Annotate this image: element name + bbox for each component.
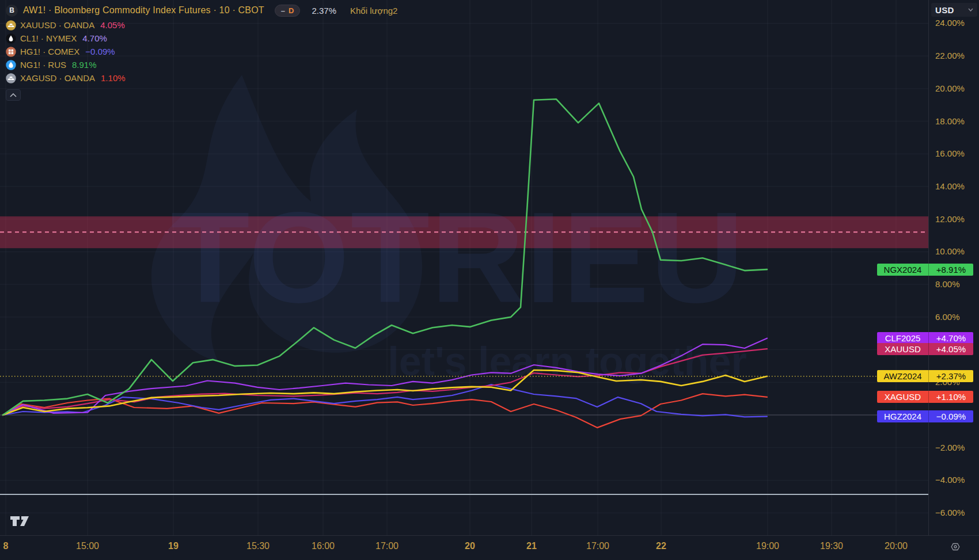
time-tick-label: 16:00 xyxy=(312,541,335,551)
series-label-name: XAGUSD xyxy=(877,391,928,403)
watermark-subtitle: let's learn together xyxy=(388,339,746,384)
compare-symbol-row[interactable]: XAUUSD · OANDA4.05% xyxy=(6,18,397,32)
series-label-value: −0.09% xyxy=(928,410,973,422)
copper-icon xyxy=(6,47,16,57)
time-tick-label: 20 xyxy=(465,541,475,551)
price-tick-label: 10.00% xyxy=(935,246,965,257)
series-price-label-hgz2024[interactable]: HGZ2024−0.09% xyxy=(877,410,973,422)
visibility-interval-toggle[interactable]: – D xyxy=(275,5,301,17)
series-price-label-ngx2024[interactable]: NGX2024+8.91% xyxy=(877,264,973,276)
currency-dropdown[interactable]: USD xyxy=(931,3,977,17)
watermark-title: TOTRIEU xyxy=(170,185,745,330)
price-tick-label: 6.00% xyxy=(935,312,960,322)
time-tick-label: 17:00 xyxy=(375,541,399,551)
main-symbol-change: 2.37% xyxy=(312,6,336,16)
compare-symbol-name[interactable]: XAGUSD · OANDA xyxy=(20,73,95,83)
main-symbol-title[interactable]: AW1! · Bloomberg Commodity Index Futures… xyxy=(23,5,264,16)
compare-symbol-name[interactable]: XAUUSD · OANDA xyxy=(20,20,94,30)
silver-icon xyxy=(6,73,16,83)
price-tick-label: 14.00% xyxy=(935,181,965,192)
gear-icon xyxy=(950,542,961,552)
chevron-up-icon xyxy=(10,93,17,97)
compare-symbol-name[interactable]: HG1! · COMEX xyxy=(20,47,79,56)
price-tick-label: −2.00% xyxy=(935,443,965,453)
main-symbol-row[interactable]: B AW1! · Bloomberg Commodity Index Futur… xyxy=(6,2,397,18)
gas-icon xyxy=(6,60,16,70)
volume-indicator-label[interactable]: Khối lượng2 xyxy=(350,6,397,16)
compare-symbol-row[interactable]: XAGUSD · OANDA1.10% xyxy=(6,71,397,85)
time-tick-label: 19 xyxy=(168,541,179,551)
series-label-value: +1.10% xyxy=(928,391,973,403)
legend-collapse-button[interactable] xyxy=(6,89,21,101)
series-price-label-awz2024[interactable]: AWZ2024+2.37% xyxy=(877,370,973,382)
interval-badge: D xyxy=(289,7,294,14)
series-price-label-xagusd[interactable]: XAGUSD+1.10% xyxy=(877,391,973,403)
price-tick-label: −4.00% xyxy=(935,475,965,485)
compare-symbol-change: 8.91% xyxy=(72,60,97,70)
compare-symbol-change: −0.09% xyxy=(85,47,115,56)
visibility-dash-icon: – xyxy=(281,7,285,14)
series-label-name: HGZ2024 xyxy=(877,410,928,422)
currency-label: USD xyxy=(935,5,954,15)
compare-symbol-change: 1.10% xyxy=(101,73,126,83)
compare-symbol-change: 4.70% xyxy=(82,33,107,43)
time-tick-label: 22 xyxy=(656,541,666,551)
oil-icon xyxy=(6,33,16,44)
compare-symbol-row[interactable]: CL1! · NYMEX4.70% xyxy=(6,32,397,45)
price-tick-label: 8.00% xyxy=(935,279,960,289)
series-label-value: +2.37% xyxy=(928,370,973,382)
chevron-down-icon xyxy=(968,8,973,12)
compare-symbol-name[interactable]: NG1! · RUS xyxy=(20,60,66,70)
time-tick-label: 15:30 xyxy=(246,541,270,551)
series-label-value: +4.05% xyxy=(928,343,973,355)
tradingview-logo[interactable] xyxy=(9,515,31,529)
series-label-name: XAUUSD xyxy=(877,343,928,355)
time-tick-label: 19:30 xyxy=(820,541,843,551)
series-price-label-xauusd[interactable]: XAUUSD+4.05% xyxy=(877,343,973,355)
time-tick-label: 17:00 xyxy=(586,541,609,551)
time-tick-label: 15:00 xyxy=(76,541,99,551)
chart-window: TOTRIEUlet's learn together B AW1! · Blo… xyxy=(0,0,979,560)
price-tick-label: 20.00% xyxy=(935,83,965,94)
gold-icon xyxy=(6,20,16,31)
legend: B AW1! · Bloomberg Commodity Index Futur… xyxy=(6,2,397,101)
time-tick-label: 21 xyxy=(526,541,537,551)
time-tick-label: 19:00 xyxy=(756,541,779,551)
time-tick-label: 8 xyxy=(3,541,9,551)
price-tick-label: −6.00% xyxy=(935,508,965,518)
time-axis-settings-button[interactable] xyxy=(949,540,962,553)
time-axis[interactable]: 815:001915:3016:0017:00202117:002219:001… xyxy=(0,535,979,560)
time-tick-label: 20:00 xyxy=(885,541,908,551)
price-tick-label: 16.00% xyxy=(935,148,965,159)
price-tick-label: 12.00% xyxy=(935,214,965,224)
tradingview-logo-icon xyxy=(9,515,31,527)
series-label-name: NGX2024 xyxy=(877,264,928,276)
price-tick-label: 22.00% xyxy=(935,51,965,61)
price-tick-label: 18.00% xyxy=(935,116,965,127)
price-tick-label: 24.00% xyxy=(935,18,965,28)
compare-symbol-rows: XAUUSD · OANDA4.05%CL1! · NYMEX4.70%HG1!… xyxy=(6,18,397,85)
bloomberg-symbol-icon: B xyxy=(6,5,18,17)
compare-symbol-change: 4.05% xyxy=(100,20,125,30)
compare-symbol-row[interactable]: NG1! · RUS8.91% xyxy=(6,58,397,71)
series-label-value: +8.91% xyxy=(928,264,973,276)
compare-symbol-row[interactable]: HG1! · COMEX−0.09% xyxy=(6,45,397,58)
compare-symbol-name[interactable]: CL1! · NYMEX xyxy=(20,33,77,43)
series-label-name: AWZ2024 xyxy=(877,370,928,382)
